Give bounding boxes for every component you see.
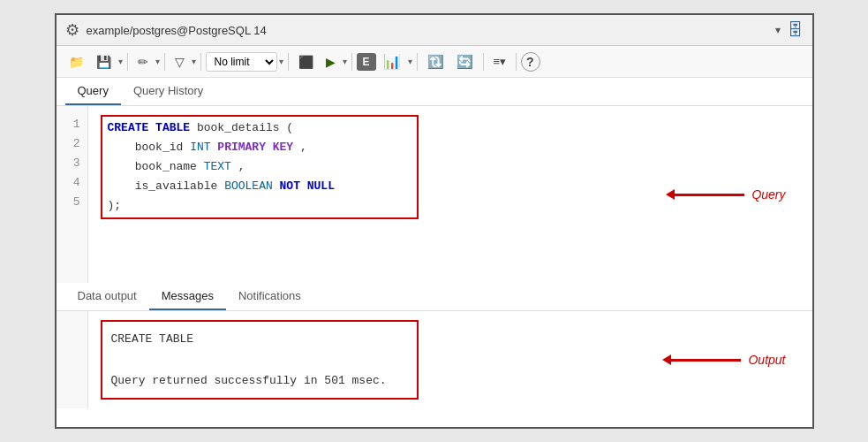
limit-dropdown[interactable]: ▾ [279,57,283,66]
output-line-2 [111,349,408,370]
output-area: CREATE TABLE Query returned successfully… [57,311,812,408]
table-name: book_details ( [197,121,293,134]
edit-button[interactable]: ✏ [132,51,154,72]
filter-dropdown[interactable]: ▾ [192,57,196,66]
tab-query-history[interactable]: Query History [121,78,215,105]
stop-button[interactable]: ⬛ [293,51,319,72]
limit-select[interactable]: No limit 100 rows 500 rows [206,52,277,72]
filter-button[interactable]: ▽ [170,51,190,72]
connection-bar: ⚙ example/postgres@PostgreSQL 14 ▾ 🗄 [57,15,812,46]
code-line-2: book_id INT PRIMARY KEY , [108,138,411,157]
separator-8 [516,53,517,71]
help-button[interactable]: ? [521,52,540,72]
explain-button[interactable]: E [357,53,376,71]
output-line-1: CREATE TABLE [111,329,408,349]
pgadmin-window: ⚙ example/postgres@PostgreSQL 14 ▾ 🗄 📁 💾… [55,13,814,429]
output-line-3: Query returned successfully in 501 msec. [111,370,408,391]
run-button[interactable]: ▶ [321,51,341,72]
code-line-3: book_name TEXT , [108,157,411,177]
macro-button[interactable]: ≡▾ [488,51,512,72]
tab-notifications[interactable]: Notifications [226,283,313,310]
tab-query[interactable]: Query [65,78,121,105]
query-arrowhead [666,189,675,200]
save-button[interactable]: 💾 [91,51,117,72]
output-arrow [670,359,741,362]
query-annotation-area: Query [674,187,785,202]
editor-area: 1 2 3 4 5 CREATE TABLE book_details ( bo… [57,106,812,283]
connection-icon: ⚙ [65,20,79,40]
editor-tabs-bar: Query Query History [57,78,812,106]
edit-dropdown[interactable]: ▾ [155,57,160,66]
line-numbers: 1 2 3 4 5 [57,106,88,283]
separator-6 [417,53,418,71]
explain-analyze-button[interactable]: 📊 [378,50,406,73]
rollback-button[interactable]: 🔄 [451,50,479,73]
separator-4 [288,53,289,71]
query-box: CREATE TABLE book_details ( book_id INT … [101,115,419,219]
database-icon: 🗄 [788,21,804,40]
run-dropdown[interactable]: ▾ [343,57,347,66]
kw-create: CREATE TABLE [108,121,191,134]
connection-name: example/postgres@PostgreSQL 14 [87,24,768,37]
output-label: Output [748,353,785,367]
output-box: CREATE TABLE Query returned successfully… [101,320,419,400]
open-file-button[interactable]: 📁 [64,51,89,72]
code-line-5: ); [108,196,411,216]
query-label: Query [751,187,785,202]
separator-5 [351,53,352,71]
code-line-1: CREATE TABLE book_details ( [108,118,411,138]
separator-2 [164,53,165,71]
separator-3 [200,53,201,71]
output-arrow-line [670,359,741,362]
output-arrowhead [662,354,671,365]
code-line-4: is_available BOOLEAN NOT NULL [108,177,411,196]
save-dropdown[interactable]: ▾ [118,57,123,66]
query-arrow [674,194,744,196]
output-content: CREATE TABLE Query returned successfully… [57,311,812,408]
query-arrow-line [674,194,744,196]
connection-dropdown[interactable]: ▾ [775,24,781,36]
separator-1 [127,53,128,71]
output-line-numbers [57,311,88,408]
tab-messages[interactable]: Messages [149,283,226,310]
explain-dropdown[interactable]: ▾ [408,57,412,66]
toolbar: 📁 💾 ▾ ✏ ▾ ▽ ▾ No limit 100 rows 500 rows… [57,46,812,78]
separator-7 [483,53,484,71]
output-tabs-bar: Data output Messages Notifications [57,283,812,311]
tab-data-output[interactable]: Data output [65,283,149,310]
commit-button[interactable]: 🔃 [422,50,449,73]
output-annotation-area: Output [670,353,785,367]
